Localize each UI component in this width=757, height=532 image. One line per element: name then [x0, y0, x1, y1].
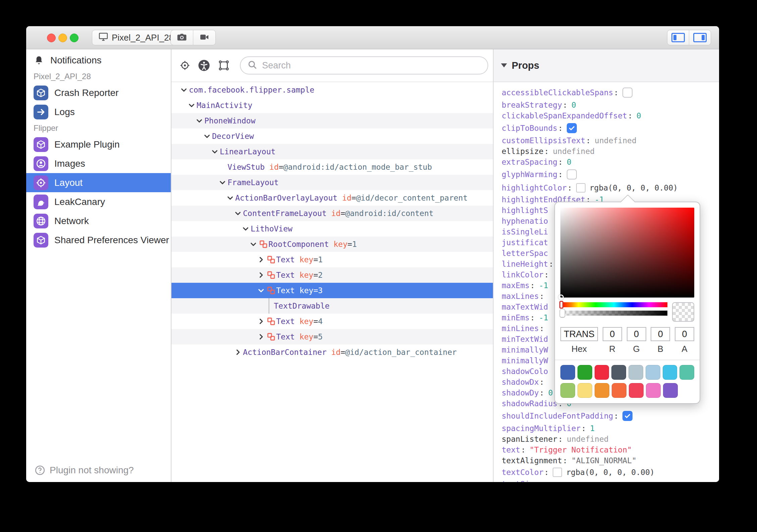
sidebar-item-leakcanary[interactable]: LeakCanary [26, 192, 171, 211]
tree-row-lithoview[interactable]: LithoView [171, 221, 493, 236]
saturation-square[interactable] [560, 208, 694, 298]
blue-input[interactable] [651, 327, 670, 341]
tree-row-viewstub-id-android-id-action-mode-bar-stub[interactable]: ViewStubid=@android:id/action_mode_bar_s… [171, 159, 493, 175]
tree-row-decorview[interactable]: DecorView [171, 128, 493, 144]
preset-color-swatch[interactable] [628, 365, 643, 380]
checkbox-checked[interactable] [622, 411, 633, 421]
preset-color-swatch[interactable] [612, 383, 626, 398]
preset-color-swatch[interactable] [595, 365, 609, 380]
tree-row-mainactivity[interactable]: MainActivity [171, 98, 493, 113]
red-input[interactable] [603, 327, 622, 341]
accessibility-toolbar-button[interactable] [198, 59, 210, 72]
chevron-down-icon[interactable] [225, 190, 235, 206]
preset-color-swatch[interactable] [595, 383, 609, 398]
preset-color-swatch[interactable] [629, 383, 644, 398]
hue-slider-handle[interactable] [559, 301, 563, 309]
color-picker-popup: Hex R G B A [554, 202, 700, 404]
tree-row-phonewindow[interactable]: PhoneWindow [171, 113, 493, 128]
sidebar-item-network[interactable]: Network [26, 211, 171, 230]
tree-row-text-key-2[interactable]: Textkey=2 [171, 267, 493, 283]
chevron-down-icon[interactable] [194, 113, 204, 128]
chevron-right-icon[interactable] [256, 329, 266, 344]
tree-row-contentframelayout-id-android-id-content[interactable]: ContentFrameLayoutid=@android:id/content [171, 206, 493, 221]
node-name: LithoView [251, 224, 293, 233]
node-name: PhoneWindow [204, 116, 255, 125]
preset-color-swatch[interactable] [560, 383, 575, 398]
plugin-not-showing-link[interactable]: Plugin not showing? [34, 465, 134, 476]
toggle-left-panel-button[interactable] [667, 30, 689, 45]
hex-input[interactable] [560, 327, 598, 341]
screen-record-button[interactable] [193, 30, 215, 45]
toggle-right-panel-button[interactable] [689, 30, 711, 45]
green-input[interactable] [627, 327, 646, 341]
tree-row-actionbaroverlaylayout-id-id-decor-content-parent[interactable]: ActionBarOverlayLayoutid=@id/decor_conte… [171, 190, 493, 206]
hue-slider[interactable] [560, 302, 667, 307]
checkbox-unchecked[interactable] [622, 88, 633, 98]
checkbox-unchecked[interactable] [567, 169, 577, 179]
props-header[interactable]: Props [494, 49, 719, 82]
chevron-right-icon[interactable] [256, 314, 266, 329]
sidebar-item-shared-preferences-viewer[interactable]: Shared Preferences Viewer [26, 230, 171, 250]
minimize-window-button[interactable] [58, 34, 67, 42]
sidebar-item-example-plugin[interactable]: Example Plugin [26, 135, 171, 154]
alpha-slider[interactable] [560, 311, 667, 316]
device-selector-button[interactable]: Pixel_2_API_28 [92, 30, 180, 45]
saturation-cursor[interactable] [558, 295, 564, 300]
chevron-down-icon[interactable] [233, 206, 243, 221]
preset-color-swatch[interactable] [663, 365, 677, 380]
chevron-down-icon[interactable] [210, 144, 220, 159]
tree-row-rootcomponent-key-1[interactable]: RootComponentkey=1 [171, 236, 493, 252]
litho-component-icon [266, 283, 276, 298]
color-swatch-button[interactable] [576, 183, 586, 193]
tree-row-linearlayout[interactable]: LinearLayout [171, 144, 493, 159]
preset-color-swatch[interactable] [679, 365, 694, 380]
sidebar-item-crash-reporter[interactable]: Crash Reporter [26, 83, 171, 102]
target-toolbar-button[interactable] [180, 60, 190, 71]
prop-row-shouldincludefontpadding: shouldIncludeFontPadding: [502, 409, 719, 423]
zoom-window-button[interactable] [70, 34, 79, 42]
chevron-down-icon[interactable] [256, 283, 266, 298]
sidebar-item-logs[interactable]: Logs [26, 102, 171, 121]
tree-row-textdrawable[interactable]: TextDrawable [171, 298, 493, 314]
preset-color-swatch[interactable] [646, 365, 660, 380]
color-swatch-button[interactable] [553, 468, 562, 477]
tree-row-text-key-5[interactable]: Textkey=5 [171, 329, 493, 344]
search-box[interactable] [240, 56, 488, 74]
tree-row-text-key-3[interactable]: Textkey=3 [171, 283, 493, 298]
sidebar-item-images[interactable]: Images [26, 154, 171, 173]
tree-row-com-facebook-flipper-sample[interactable]: com.facebook.flipper.sample [171, 82, 493, 98]
chevron-down-icon[interactable] [179, 82, 189, 98]
screenshot-button[interactable] [171, 30, 193, 45]
sidebar-item-label: Example Plugin [54, 139, 120, 150]
chevron-down-icon[interactable] [217, 175, 228, 190]
preset-color-swatch[interactable] [560, 365, 575, 380]
search-input[interactable] [261, 60, 481, 71]
tree-row-actionbarcontainer-id-id-action-bar-container[interactable]: ActionBarContainerid=@id/action_bar_cont… [171, 344, 493, 360]
sidebar-item-label: Notifications [50, 55, 102, 66]
preset-color-swatch[interactable] [577, 383, 592, 398]
sidebar-item-layout[interactable]: Layout [26, 173, 171, 192]
frame-select-toolbar-button[interactable] [218, 59, 230, 71]
node-name: ViewStub [228, 163, 265, 171]
alpha-slider-handle[interactable] [560, 309, 565, 317]
chevron-right-icon[interactable] [256, 267, 266, 283]
tree-row-framelayout[interactable]: FrameLayout [171, 175, 493, 190]
preset-color-swatch[interactable] [663, 383, 678, 398]
tree-row-text-key-1[interactable]: Textkey=1 [171, 252, 493, 267]
preset-color-swatch[interactable] [577, 365, 592, 380]
chevron-down-icon[interactable] [187, 98, 197, 113]
checkbox-checked[interactable] [567, 123, 577, 133]
alpha-input[interactable] [675, 327, 694, 341]
preset-color-swatch[interactable] [611, 365, 626, 380]
chevron-down-icon[interactable] [241, 221, 251, 236]
tree-row-text-key-4[interactable]: Textkey=4 [171, 314, 493, 329]
close-window-button[interactable] [47, 34, 56, 42]
preset-color-swatch[interactable] [646, 383, 661, 398]
chevron-right-icon[interactable] [256, 252, 266, 267]
chevron-right-icon[interactable] [233, 344, 243, 360]
attr-value: 5 [318, 332, 323, 341]
chevron-down-icon[interactable] [248, 236, 258, 252]
attr-equals: = [348, 240, 352, 249]
chevron-down-icon[interactable] [202, 128, 212, 144]
sidebar-item-notifications[interactable]: Notifications [26, 51, 171, 70]
